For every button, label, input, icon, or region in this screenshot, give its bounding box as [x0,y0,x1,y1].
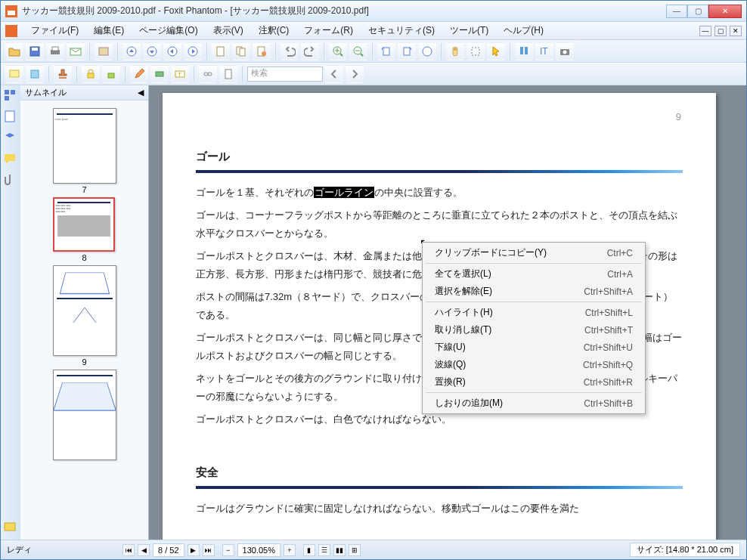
zoomout-icon[interactable] [349,42,367,60]
save-button[interactable] [26,42,44,60]
thumbnail-panel: サムネイル ◀ Lorem ipsum 7 xxxx xxxx xxxxxxxx… [20,85,149,540]
zoom-level[interactable]: 130.05% [237,543,281,557]
tab-thumbs-icon[interactable] [3,88,18,104]
para-8[interactable]: ゴールはグラウンドに確実に固定しなければならない。移動式ゴールはこの要件を満た [196,500,683,518]
rotate-right-icon[interactable] [398,42,416,60]
svg-text:IT: IT [540,46,548,57]
menu-help[interactable]: ヘルプ(H) [497,22,550,39]
ctx-bookmark[interactable]: しおりの追加(M)Ctrl+Shift+B [423,394,645,412]
mail-button[interactable] [67,42,85,60]
ctx-deselect[interactable]: 選択を解除(E)Ctrl+Shift+A [423,283,645,300]
nav-left-icon[interactable] [163,42,181,60]
page-size: サイズ: [14.80 * 21.00 cm] [630,543,740,557]
maximize-button[interactable]: ▢ [687,5,708,18]
mdi-close[interactable]: ✕ [730,26,742,36]
search-input[interactable]: 検索 [247,67,323,82]
zoomin-icon[interactable] [329,42,347,60]
view-cont-icon[interactable]: ☰ [318,544,330,556]
view-contfacing-icon[interactable]: ⊞ [349,544,361,556]
tab-layers-icon[interactable] [3,131,18,146]
organize3-icon[interactable] [253,42,271,60]
ctx-highlight[interactable]: ハイライト(H)Ctrl+Shift+L [423,304,645,321]
sidebar-tabs [1,85,20,540]
minimize-button[interactable]: — [666,5,687,18]
tab-sig-icon[interactable] [3,520,18,535]
menu-view[interactable]: 表示(V) [207,22,250,39]
undo-icon[interactable] [281,42,299,60]
menu-tools[interactable]: ツール(T) [444,22,494,39]
secure1-icon[interactable] [82,65,100,83]
thumb-8[interactable]: xxxx xxxx xxxxxxxx xxxx xxxxxxxx xxxx 8 [53,197,116,262]
svg-rect-24 [525,47,528,54]
pointer-icon[interactable] [487,42,505,60]
ctx-copy[interactable]: クリップボードにコピー(Y)Ctrl+C [423,244,645,261]
thumb-9[interactable]: 9 [53,265,116,367]
menu-form[interactable]: フォーム(R) [298,22,359,39]
last-page-icon[interactable]: ⏭ [203,544,215,556]
rotate-left-icon[interactable] [377,42,395,60]
thumb-list[interactable]: Lorem ipsum 7 xxxx xxxx xxxxxxxx xxxx xx… [20,101,148,540]
svg-point-16 [262,51,266,56]
first-page-icon[interactable]: ⏮ [122,544,135,556]
attach-icon[interactable] [219,65,237,83]
open-button[interactable] [5,42,23,60]
text-select-icon[interactable]: IT [535,42,553,60]
shape-icon[interactable] [150,65,169,83]
prev-page-icon[interactable]: ◀ [138,544,150,556]
stamp-icon[interactable] [54,65,72,83]
ctx-replace[interactable]: 置換(R)Ctrl+Shift+R [423,373,645,391]
organize2-icon[interactable] [232,42,250,60]
ctx-selectall[interactable]: 全てを選択(L)Ctrl+A [423,265,645,283]
tab-comments-icon[interactable] [3,152,18,167]
svg-point-27 [563,50,567,54]
forms-icon[interactable] [26,65,44,83]
print-button[interactable] [46,42,64,60]
thumb-10[interactable] [53,370,116,460]
view-single-icon[interactable]: ▮ [303,544,315,556]
menu-edit[interactable]: 編集(E) [88,22,130,39]
thumb-collapse-icon[interactable]: ◀ [138,88,144,97]
note-icon[interactable] [5,65,23,83]
nav-right-icon[interactable] [184,42,202,60]
next-page-icon[interactable]: ▶ [188,544,200,556]
menu-file[interactable]: ファイル(F) [25,22,85,39]
link-icon[interactable] [199,65,217,83]
zoom-in-icon[interactable]: + [284,544,296,556]
thumb-7[interactable]: Lorem ipsum 7 [53,108,116,194]
tab-bookmarks-icon[interactable] [3,110,18,125]
secure2-icon[interactable] [102,65,120,83]
para-1[interactable]: ゴールを１基、それぞれのゴールラインの中央に設置する。 [196,184,683,202]
app-icon [5,5,17,17]
menu-security[interactable]: セキュリティ(S) [362,22,441,39]
view-facing-icon[interactable]: ▮▮ [333,544,346,556]
ctx-strikethrough[interactable]: 取り消し線(T)Ctrl+Shift+T [423,321,645,339]
nav-down-icon[interactable] [143,42,161,60]
snapshot-icon[interactable] [556,42,574,60]
page-indicator[interactable]: 8 / 52 [153,543,184,557]
close-button[interactable]: ✕ [708,5,742,18]
menu-page-edit[interactable]: ページ編集(O) [133,22,203,39]
para-2[interactable]: ゴールは、コーナーフラッグポストから等距離のところに垂直に立てられた２本のポスト… [196,206,683,243]
svg-rect-33 [156,72,163,76]
ctx-squiggly[interactable]: 波線(Q)Ctrl+Shift+Q [423,356,645,373]
mdi-max[interactable]: ▢ [714,26,727,36]
scan-button[interactable] [95,42,113,60]
menu-annot[interactable]: 注釈(C) [253,22,296,39]
nav-up-icon[interactable] [122,42,141,60]
search-next-icon[interactable] [346,65,364,83]
zoom-out-icon[interactable]: − [222,544,234,556]
hand-icon[interactable] [446,42,464,60]
search-prev-icon[interactable] [325,65,343,83]
mdi-min[interactable]: — [699,26,711,36]
thumbnail-header: サムネイル ◀ [20,85,148,101]
pencil-icon[interactable] [130,65,148,83]
tab-attach-icon[interactable] [3,173,18,188]
select-icon[interactable] [466,42,485,60]
find1-icon[interactable] [515,42,533,60]
ctx-underline[interactable]: 下線(U)Ctrl+Shift+U [423,339,645,356]
textbox-icon[interactable]: T [171,65,189,83]
organize1-icon[interactable] [212,42,230,60]
svg-rect-19 [383,48,389,55]
fit-icon[interactable] [418,42,436,60]
redo-icon[interactable] [301,42,319,60]
